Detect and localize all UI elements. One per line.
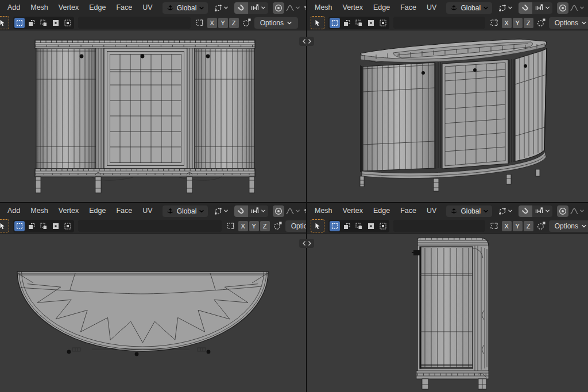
transform-orientation-dropdown[interactable]: Global <box>446 205 492 217</box>
menu-edge[interactable]: Edge <box>368 203 395 219</box>
show-gizmo-dropdown[interactable] <box>586 205 588 217</box>
mirror-z-button[interactable]: Z <box>524 18 533 28</box>
menu-edge[interactable]: Edge <box>84 0 111 15</box>
snap-base-icon[interactable] <box>536 18 546 28</box>
snap-toggle[interactable] <box>519 205 532 217</box>
mirror-z-button[interactable]: Z <box>260 221 270 231</box>
options-button[interactable]: Options <box>285 220 306 232</box>
mirror-y-button[interactable]: Y <box>513 18 523 28</box>
select-mode-invert[interactable] <box>366 18 376 28</box>
menu-vertex[interactable]: Vertex <box>338 203 368 219</box>
mirror-z-button[interactable]: Z <box>524 221 533 231</box>
menu-face[interactable]: Face <box>111 203 137 219</box>
select-mode-intersect[interactable] <box>378 221 388 231</box>
select-mode-subtract[interactable] <box>354 18 364 28</box>
select-mode-extend[interactable] <box>26 18 37 28</box>
snap-with-dropdown[interactable] <box>532 205 552 217</box>
mirror-y-button[interactable]: Y <box>249 221 259 231</box>
options-button[interactable]: Options <box>549 220 588 232</box>
menu-uv[interactable]: UV <box>421 203 442 219</box>
options-button[interactable]: Options <box>254 17 298 29</box>
proportional-falloff-dropdown[interactable] <box>568 2 586 14</box>
mirror-x-button[interactable]: X <box>502 221 512 231</box>
select-mode-set[interactable] <box>330 221 340 231</box>
select-mode-extend[interactable] <box>342 221 352 231</box>
select-mode-subtract[interactable] <box>38 18 49 28</box>
mirror-x-button[interactable]: X <box>238 221 248 231</box>
menu-vertex[interactable]: Vertex <box>53 203 84 219</box>
menu-vertex[interactable]: Vertex <box>53 0 84 15</box>
select-mode-intersect[interactable] <box>378 18 388 28</box>
menu-mesh[interactable]: Mesh <box>310 0 338 15</box>
menu-face[interactable]: Face <box>395 203 421 219</box>
proportional-falloff-dropdown[interactable] <box>284 205 301 217</box>
snap-toggle[interactable] <box>234 2 248 14</box>
mirror-z-button[interactable]: Z <box>229 18 239 28</box>
active-tool-select-box[interactable] <box>311 16 324 29</box>
mirror-y-button[interactable]: Y <box>513 221 523 231</box>
menu-vertex[interactable]: Vertex <box>338 0 368 15</box>
select-mode-invert[interactable] <box>366 221 376 231</box>
proportional-editing-toggle[interactable] <box>557 205 568 217</box>
mirror-y-button[interactable]: Y <box>218 18 228 28</box>
proportional-editing-toggle[interactable] <box>273 2 284 14</box>
select-mode-invert[interactable] <box>51 18 61 28</box>
viewport-front[interactable]: Add Mesh Vertex Edge Face UV Global <box>0 0 306 202</box>
select-mode-subtract[interactable] <box>38 221 49 231</box>
snap-toggle[interactable] <box>519 2 532 14</box>
menu-uv[interactable]: UV <box>137 203 157 219</box>
select-mode-set[interactable] <box>14 18 25 28</box>
snap-with-dropdown[interactable] <box>532 2 552 14</box>
select-mode-extend[interactable] <box>342 18 352 28</box>
select-mode-set[interactable] <box>14 221 25 231</box>
front-view-wireframe[interactable] <box>0 30 306 202</box>
active-tool-select-box[interactable] <box>0 219 9 232</box>
viewport-splitter-widget[interactable] <box>299 239 314 248</box>
top-view-wireframe[interactable] <box>0 233 306 392</box>
mirror-x-button[interactable]: X <box>207 18 217 28</box>
viewport-top[interactable]: Add Mesh Vertex Edge Face UV Global <box>0 203 306 392</box>
transform-orientation-dropdown[interactable]: Global <box>163 205 208 217</box>
menu-face[interactable]: Face <box>111 0 137 15</box>
pivot-point-dropdown[interactable] <box>497 205 514 217</box>
side-view-wireframe[interactable] <box>307 233 588 392</box>
menu-add[interactable]: Add <box>2 203 25 219</box>
show-gizmo-dropdown[interactable] <box>301 205 306 217</box>
transform-orientation-dropdown[interactable]: Global <box>163 2 208 14</box>
menu-add[interactable]: Add <box>2 0 25 15</box>
snap-base-icon[interactable] <box>536 221 546 231</box>
proportional-editing-toggle[interactable] <box>273 205 284 217</box>
select-mode-subtract[interactable] <box>354 221 364 231</box>
viewport-divider-horizontal[interactable] <box>0 202 588 203</box>
show-gizmo-dropdown[interactable] <box>586 2 588 14</box>
options-button[interactable]: Options <box>549 17 588 29</box>
menu-edge[interactable]: Edge <box>84 203 111 219</box>
mirror-x-button[interactable]: X <box>502 18 512 28</box>
viewport-side[interactable]: Mesh Vertex Edge Face UV Global <box>307 203 588 392</box>
snap-toggle[interactable] <box>234 205 248 217</box>
select-mode-invert[interactable] <box>51 221 61 231</box>
transform-orientation-dropdown[interactable]: Global <box>446 2 492 14</box>
select-mode-intersect[interactable] <box>63 18 73 28</box>
pivot-point-dropdown[interactable] <box>497 2 514 14</box>
menu-edge[interactable]: Edge <box>368 0 395 15</box>
snap-with-dropdown[interactable] <box>248 205 268 217</box>
select-mode-intersect[interactable] <box>63 221 73 231</box>
proportional-falloff-dropdown[interactable] <box>284 2 301 14</box>
active-tool-select-box[interactable] <box>0 16 9 29</box>
proportional-editing-toggle[interactable] <box>557 2 568 14</box>
select-mode-set[interactable] <box>330 18 340 28</box>
snap-base-icon[interactable] <box>242 18 252 28</box>
pivot-point-dropdown[interactable] <box>212 2 230 14</box>
menu-uv[interactable]: UV <box>421 0 442 15</box>
menu-uv[interactable]: UV <box>137 0 157 15</box>
menu-face[interactable]: Face <box>395 0 421 15</box>
menu-mesh[interactable]: Mesh <box>25 203 53 219</box>
show-gizmo-dropdown[interactable] <box>301 2 306 14</box>
pivot-point-dropdown[interactable] <box>212 205 230 217</box>
viewport-perspective[interactable]: Mesh Vertex Edge Face UV Global <box>307 0 588 202</box>
select-mode-extend[interactable] <box>26 221 37 231</box>
menu-mesh[interactable]: Mesh <box>25 0 53 15</box>
active-tool-select-box[interactable] <box>311 219 324 232</box>
snap-base-icon[interactable] <box>273 221 283 231</box>
